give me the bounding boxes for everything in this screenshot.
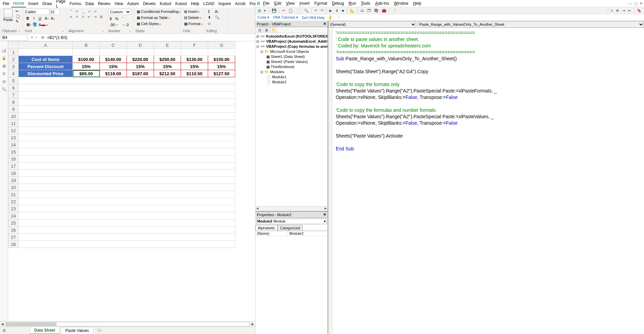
align-right[interactable]: ≡ bbox=[81, 14, 86, 19]
cell[interactable] bbox=[19, 198, 235, 205]
currency-button[interactable]: $ bbox=[108, 16, 113, 21]
row-header[interactable]: 28 bbox=[8, 241, 19, 248]
cell[interactable] bbox=[19, 49, 73, 56]
tree-node-thisworkbook[interactable]: ThisWorkbook bbox=[271, 65, 294, 69]
redo-icon[interactable]: ↷ bbox=[319, 8, 325, 13]
project-hscroll[interactable]: ◀▶ bbox=[256, 206, 328, 211]
cell[interactable] bbox=[19, 134, 235, 141]
vba-menu-insert[interactable]: Insert bbox=[297, 0, 312, 6]
properties-tab-alphabetic[interactable]: Alphabetic bbox=[256, 225, 277, 231]
reset-icon[interactable]: ■ bbox=[341, 8, 345, 13]
code-procedure-select[interactable]: Paste_Range_with_ValuesOnly_To_Another_S… bbox=[418, 21, 644, 28]
menu-kutools[interactable]: Kutool bbox=[158, 0, 173, 7]
clipboard-launcher[interactable]: ↘ bbox=[18, 29, 21, 33]
menu-help[interactable]: Help bbox=[189, 0, 201, 7]
cancel-formula-icon[interactable]: ✕ bbox=[30, 35, 34, 40]
row-header[interactable]: 15 bbox=[8, 148, 19, 155]
cell[interactable] bbox=[19, 148, 235, 155]
cell[interactable] bbox=[19, 205, 235, 212]
get-vba-help-link[interactable]: Get VBA Help bbox=[302, 16, 325, 20]
tree-node-module1[interactable]: Module1 bbox=[272, 75, 286, 79]
help-circle-icon[interactable]: ❔ bbox=[336, 15, 341, 20]
vba-menu-debug[interactable]: Debug bbox=[330, 0, 346, 6]
run-icon[interactable]: ▶ bbox=[328, 8, 333, 13]
row-header[interactable]: 2 bbox=[8, 56, 19, 63]
number-launcher[interactable]: ↘ bbox=[129, 29, 131, 33]
lightbulb-icon[interactable]: 💡 bbox=[328, 15, 333, 20]
cell-A4[interactable]: Discounted Price bbox=[19, 70, 73, 77]
cell[interactable] bbox=[127, 49, 154, 56]
view-object-icon[interactable]: ▦ bbox=[264, 28, 269, 32]
cell[interactable] bbox=[19, 120, 235, 127]
cell-G3[interactable]: 15% bbox=[208, 63, 235, 70]
tree-node-module2[interactable]: Module2 bbox=[272, 80, 286, 84]
alignment-launcher[interactable]: ↘ bbox=[102, 29, 104, 33]
row-header[interactable]: 22 bbox=[8, 198, 19, 205]
row-header[interactable]: 25 bbox=[8, 220, 19, 227]
cell[interactable] bbox=[19, 241, 235, 248]
vba-menu-run[interactable]: Run bbox=[347, 0, 358, 6]
cell[interactable] bbox=[19, 106, 235, 113]
cell-D4[interactable]: $187.00 bbox=[127, 70, 154, 77]
cell[interactable] bbox=[208, 49, 235, 56]
gutter-icon[interactable]: 🔓 bbox=[2, 56, 6, 60]
cell[interactable] bbox=[19, 141, 235, 148]
row-header[interactable]: 19 bbox=[8, 177, 19, 184]
formula-input[interactable] bbox=[46, 35, 255, 41]
merge[interactable]: ⊞ bbox=[98, 14, 104, 19]
menu-load[interactable]: LOAD bbox=[201, 0, 217, 7]
font-size-input[interactable] bbox=[50, 9, 60, 15]
borders-button[interactable]: ▦ bbox=[25, 22, 30, 27]
clear[interactable]: ◇ bbox=[206, 21, 212, 26]
row-header[interactable]: 8 bbox=[8, 99, 19, 106]
align-middle[interactable]: ≡ bbox=[74, 9, 80, 14]
tab-data-sheet[interactable]: Data Sheet bbox=[30, 327, 60, 334]
cell-F4[interactable]: $110.50 bbox=[181, 70, 208, 77]
cell-E4[interactable]: $212.50 bbox=[154, 70, 181, 77]
view-code-icon[interactable]: ▤ bbox=[257, 28, 263, 32]
row-header[interactable]: 6 bbox=[8, 84, 19, 91]
align-center[interactable]: ≡ bbox=[74, 14, 80, 19]
find-icon[interactable]: 🔍 bbox=[303, 8, 310, 13]
cell-G4[interactable]: $127.50 bbox=[208, 70, 235, 77]
font-launcher[interactable]: ↘ bbox=[62, 29, 64, 33]
row-header[interactable]: 16 bbox=[8, 155, 19, 163]
tree-node[interactable]: VBAProject (Copy formulas to another s bbox=[266, 44, 328, 48]
paste-button[interactable]: Paste bbox=[2, 9, 14, 24]
row-header[interactable]: 24 bbox=[8, 212, 19, 220]
horizontal-scrollbar[interactable]: ◀ ▶ bbox=[0, 321, 255, 327]
cell-C2[interactable]: $140.00 bbox=[100, 56, 127, 63]
underline-button[interactable]: U bbox=[37, 16, 43, 21]
cell-C4[interactable]: $119.00 bbox=[100, 70, 127, 77]
cell[interactable] bbox=[19, 170, 235, 177]
tree-node-modules[interactable]: Modules bbox=[270, 70, 284, 74]
gutter-icon[interactable]: ⊞ bbox=[2, 71, 5, 76]
row-header[interactable]: 23 bbox=[8, 205, 19, 212]
cell-D3[interactable]: 15% bbox=[127, 63, 154, 70]
row-header[interactable]: 17 bbox=[8, 163, 19, 170]
cell[interactable] bbox=[19, 84, 235, 91]
menu-data[interactable]: Data bbox=[83, 0, 96, 7]
paste-icon[interactable]: 📄 bbox=[295, 8, 302, 13]
indent-inc[interactable]: ⇥ bbox=[92, 14, 98, 19]
conditional-formatting[interactable]: ▦ Conditional Formatting bbox=[135, 9, 178, 15]
cell-A2[interactable]: Cost of Items bbox=[19, 56, 73, 63]
wrap-text[interactable]: ↵ bbox=[93, 9, 98, 14]
help-icon[interactable]: ❔ bbox=[391, 8, 398, 13]
cell[interactable] bbox=[19, 99, 235, 106]
cell-B3[interactable]: 15% bbox=[73, 63, 100, 70]
tree-node-sheet1[interactable]: Sheet1 (Data Sheet) bbox=[271, 55, 305, 59]
format-painter-button[interactable]: ✎ bbox=[16, 19, 20, 24]
vba-menu-edit[interactable]: Edit bbox=[272, 0, 283, 6]
vba-menu-file[interactable]: File bbox=[261, 0, 271, 6]
format-cells[interactable]: ▦ Format bbox=[183, 21, 202, 27]
delete-cells[interactable]: ⊟ Delete bbox=[183, 15, 202, 21]
vba-menu-format[interactable]: Format bbox=[312, 0, 329, 6]
cell[interactable] bbox=[73, 49, 100, 56]
cell-styles[interactable]: ▦ Cell Styles bbox=[135, 21, 178, 27]
menu-acrobat[interactable]: Acrob bbox=[233, 0, 247, 7]
italic-button[interactable]: I bbox=[31, 16, 37, 21]
cell[interactable] bbox=[19, 234, 235, 241]
scroll-track[interactable] bbox=[5, 322, 250, 326]
orientation[interactable]: ⤢ bbox=[87, 9, 92, 14]
